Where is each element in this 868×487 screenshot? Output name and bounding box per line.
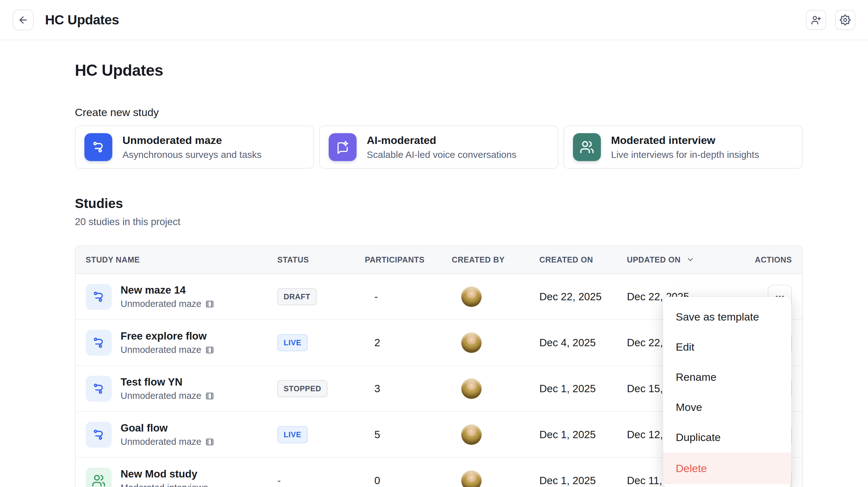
film-icon <box>205 346 214 354</box>
status-cell: - <box>277 475 365 487</box>
created-by-cell <box>452 379 539 399</box>
avatar <box>461 470 482 487</box>
created-on-value: Dec 1, 2025 <box>539 383 627 395</box>
participants-value: - <box>365 291 452 303</box>
window-title: HC Updates <box>45 12 119 28</box>
study-type-label: Unmoderated maze <box>121 345 202 355</box>
study-name: New Mod study <box>121 468 208 480</box>
menu-item-rename[interactable]: Rename <box>663 362 791 392</box>
card-subtitle: Asynchronous surveys and tasks <box>122 149 262 160</box>
study-name-cell: New maze 14 Unmoderated maze <box>86 284 277 310</box>
study-name-text: Goal flow Unmoderated maze <box>121 422 214 447</box>
status-cell: LIVE <box>277 426 365 443</box>
column-header-status[interactable]: STATUS <box>277 255 365 264</box>
study-name-text: New Mod study Moderated interviews <box>121 468 208 487</box>
gear-icon <box>840 14 850 25</box>
created-by-cell <box>452 470 539 487</box>
menu-item-delete[interactable]: Delete <box>663 452 791 484</box>
status-badge: DRAFT <box>277 288 317 305</box>
settings-button[interactable] <box>835 10 855 30</box>
study-name: Test flow YN <box>121 376 214 388</box>
maze-route-icon <box>86 422 112 448</box>
back-button[interactable] <box>13 9 34 30</box>
avatar <box>461 333 482 353</box>
created-by-cell <box>452 333 539 353</box>
maze-route-icon <box>84 133 112 161</box>
study-name-text: New maze 14 Unmoderated maze <box>121 284 214 309</box>
participants-value: 0 <box>365 475 452 487</box>
column-header-created-on[interactable]: CREATED ON <box>539 255 627 264</box>
card-subtitle: Scalable AI-led voice conversations <box>367 149 517 160</box>
created-on-value: Dec 1, 2025 <box>539 475 627 487</box>
avatar <box>461 425 482 445</box>
menu-item-save-as-template[interactable]: Save as template <box>663 302 791 332</box>
topbar-actions <box>806 10 855 30</box>
study-type: Unmoderated maze <box>121 391 214 401</box>
participants-value: 3 <box>365 383 452 395</box>
card-subtitle: Live interviews for in-depth insights <box>611 149 759 160</box>
arrow-left-icon <box>18 14 29 25</box>
study-name-cell: Free explore flow Unmoderated maze <box>86 330 277 356</box>
study-type-label: Unmoderated maze <box>121 391 202 401</box>
card-title: Unmoderated maze <box>122 134 262 147</box>
study-name-text: Free explore flow Unmoderated maze <box>121 330 214 355</box>
studies-heading: Studies <box>75 196 803 211</box>
created-by-cell <box>452 425 539 445</box>
column-header-actions: ACTIONS <box>755 255 792 264</box>
card-text: Unmoderated maze Asynchronous surveys an… <box>122 134 262 160</box>
menu-item-duplicate[interactable]: Duplicate <box>663 422 791 452</box>
people-icon <box>86 468 112 487</box>
user-plus-icon <box>811 14 822 25</box>
study-type-label: Moderated interviews <box>121 483 208 487</box>
chevron-down-icon <box>686 256 694 264</box>
created-on-value: Dec 22, 2025 <box>539 291 627 303</box>
film-icon <box>205 300 214 309</box>
study-name-cell: New Mod study Moderated interviews <box>86 468 277 487</box>
study-type-label: Unmoderated maze <box>121 299 202 309</box>
column-header-study-name[interactable]: STUDY NAME <box>86 255 277 264</box>
maze-route-icon <box>86 330 112 356</box>
created-on-value: Dec 4, 2025 <box>539 337 627 349</box>
create-study-heading: Create new study <box>75 106 803 119</box>
film-icon <box>205 392 214 400</box>
invite-user-button[interactable] <box>806 10 826 30</box>
status-cell: DRAFT <box>277 288 365 305</box>
card-ai-moderated[interactable]: AI-moderated Scalable AI-led voice conve… <box>319 126 558 169</box>
study-type: Unmoderated maze <box>121 299 214 309</box>
card-title: Moderated interview <box>611 134 759 147</box>
status-badge: LIVE <box>277 426 308 443</box>
row-actions-menu: Save as template Edit Rename Move Duplic… <box>663 297 791 487</box>
maze-route-icon <box>86 376 112 402</box>
created-on-value: Dec 1, 2025 <box>539 429 627 441</box>
status-badge: STOPPED <box>277 380 328 397</box>
card-moderated-interview[interactable]: Moderated interview Live interviews for … <box>563 126 803 169</box>
created-by-cell <box>452 287 539 307</box>
study-name: New maze 14 <box>121 284 214 296</box>
study-name: Free explore flow <box>121 330 214 342</box>
card-title: AI-moderated <box>367 134 517 147</box>
study-type-label: Unmoderated maze <box>121 436 202 447</box>
people-icon <box>573 133 601 161</box>
studies-count: 20 studies in this project <box>75 216 803 228</box>
card-text: Moderated interview Live interviews for … <box>611 134 759 160</box>
study-name-cell: Test flow YN Unmoderated maze <box>86 376 277 402</box>
participants-value: 2 <box>365 337 452 349</box>
card-unmoderated-maze[interactable]: Unmoderated maze Asynchronous surveys an… <box>75 126 314 169</box>
avatar <box>461 287 482 307</box>
column-header-participants[interactable]: PARTICIPANTS <box>365 255 452 264</box>
participants-value: 5 <box>365 429 452 441</box>
status-cell: STOPPED <box>277 380 365 397</box>
status-cell: LIVE <box>277 334 365 351</box>
study-name-text: Test flow YN Unmoderated maze <box>121 376 214 401</box>
menu-item-move[interactable]: Move <box>663 392 791 422</box>
study-name-cell: Goal flow Unmoderated maze <box>86 422 277 448</box>
top-bar: HC Updates <box>0 0 868 40</box>
page-title: HC Updates <box>75 61 803 79</box>
avatar <box>461 379 482 399</box>
status-value: - <box>277 475 281 486</box>
column-header-updated-on[interactable]: UPDATED ON <box>627 255 732 264</box>
menu-item-edit[interactable]: Edit <box>663 332 791 362</box>
study-type: Unmoderated maze <box>121 345 214 355</box>
column-header-created-by[interactable]: CREATED BY <box>452 255 539 264</box>
chat-sparkle-icon <box>329 133 356 161</box>
